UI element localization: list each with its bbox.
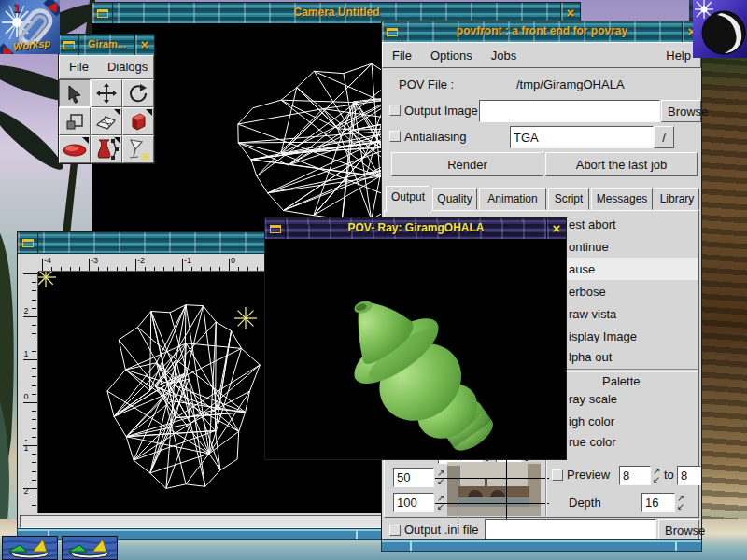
ruler-tick	[32, 300, 36, 301]
toolbox-menubar: File Dialogs	[59, 55, 154, 79]
boat-icon	[63, 537, 117, 559]
light-tool-button[interactable]	[122, 135, 154, 163]
move-icon	[95, 82, 118, 105]
option-gray-scale[interactable]: ray scale	[569, 392, 617, 406]
povray-close-button[interactable]: ×	[546, 218, 566, 239]
scale-tool-button[interactable]	[59, 107, 91, 135]
vertical-ruler[interactable]: 3210-1-2	[19, 272, 38, 513]
tab-library[interactable]: Library	[655, 188, 699, 210]
crop-line-v[interactable]	[458, 455, 458, 524]
boat-icon	[3, 537, 57, 559]
tab-quality[interactable]: Quality	[432, 188, 477, 210]
povray-window-menu-button[interactable]	[265, 218, 286, 239]
gnustep-dock-icon[interactable]	[693, 0, 747, 58]
option-true-color[interactable]: rue color	[569, 435, 616, 449]
ruler-tick	[32, 333, 36, 334]
ruler-tick	[32, 437, 36, 438]
option-verbose[interactable]: erbose	[569, 285, 606, 299]
output-image-input[interactable]	[479, 100, 660, 122]
ruler-tick	[32, 394, 36, 395]
tab-animation[interactable]: Animation	[479, 188, 546, 210]
tab-output[interactable]: Output	[386, 186, 430, 212]
ruler-tick	[32, 343, 36, 343]
xy-window-menu-button[interactable]	[18, 232, 38, 253]
option-draw-vista[interactable]: raw vista	[569, 307, 616, 321]
width-input[interactable]	[393, 468, 434, 487]
lathe-tool-button[interactable]	[91, 135, 122, 163]
dock-icon-art	[693, 0, 747, 58]
output-ini-checkbox[interactable]	[389, 525, 401, 536]
camera-window-menu-button[interactable]	[92, 3, 113, 23]
boat-miniwindow-icon[interactable]	[62, 536, 118, 560]
render-button[interactable]: Render	[391, 152, 543, 176]
option-continue[interactable]: ontinue	[569, 240, 609, 254]
option-high-color[interactable]: igh color	[569, 414, 614, 428]
ruler-tick	[32, 471, 36, 472]
crop-line-v[interactable]	[506, 455, 507, 524]
rotate-tool-button[interactable]	[122, 79, 154, 107]
move-tool-button[interactable]	[91, 79, 122, 107]
povray-titlebar[interactable]: POV- Ray: GiramgOHALA ×	[265, 218, 566, 240]
menu-options[interactable]: Options	[421, 45, 482, 66]
povfront-resize-bar[interactable]	[381, 539, 702, 552]
povfront-titlebar[interactable]: povfront : a front end for povray ×	[382, 21, 701, 43]
depth-spinner[interactable]: ↗↙	[677, 494, 690, 511]
format-input[interactable]	[510, 126, 654, 148]
preview-checkbox[interactable]	[552, 469, 563, 481]
pointer-tool-button[interactable]	[59, 79, 91, 107]
ruler-corner	[19, 255, 38, 272]
output-ini-browse-button[interactable]: Browse	[658, 519, 699, 541]
option-alpha-out[interactable]: lpha out	[569, 350, 612, 364]
povray-render-window: POV- Ray: GiramgOHALA ×	[264, 217, 567, 460]
ruler-tick	[32, 497, 36, 497]
tool-group-marker	[114, 109, 120, 116]
toolbox-close-button[interactable]: ×	[134, 35, 154, 55]
rotate-icon	[127, 82, 149, 105]
disc-tool-button[interactable]	[59, 135, 91, 163]
format-combo-button[interactable]: /	[654, 126, 674, 148]
toolbox-window-menu-button[interactable]	[59, 35, 79, 55]
ruler-tick	[32, 290, 36, 291]
antialiasing-checkbox[interactable]	[389, 131, 401, 142]
povfront-window-menu-button[interactable]	[382, 21, 402, 42]
resize-notch	[675, 541, 677, 551]
toolbox-titlebar[interactable]: Giram... ×	[59, 35, 154, 56]
boat-miniwindow-icon[interactable]	[2, 536, 58, 560]
ruler-tick	[32, 411, 36, 412]
output-image-browse-button[interactable]: Browse	[661, 100, 701, 122]
menu-file[interactable]: File	[383, 45, 421, 66]
option-display-image[interactable]: isplay Image	[569, 329, 637, 343]
tab-messages[interactable]: Messages	[591, 188, 653, 210]
menu-jobs[interactable]: Jobs	[482, 45, 526, 66]
ruler-tick	[229, 259, 230, 272]
preview-from-input[interactable]	[619, 466, 651, 485]
pointer-icon	[64, 83, 85, 104]
output-ini-input[interactable]	[485, 519, 656, 541]
ruler-tick	[32, 505, 36, 506]
crop-line-h[interactable]	[435, 503, 549, 504]
povray-window-title: POV- Ray: GiramgOHALA	[286, 218, 546, 239]
preview-to-input[interactable]	[677, 466, 701, 485]
toolbox-menu-file[interactable]: File	[60, 56, 98, 78]
box-tool-button[interactable]	[122, 107, 154, 135]
tab-script[interactable]: Script	[548, 188, 589, 210]
preview-thumbnail[interactable]	[447, 462, 541, 516]
v-ruler-label: 0	[21, 393, 31, 401]
tool-group-marker	[114, 137, 120, 144]
abort-button[interactable]: Abort the last job	[545, 152, 698, 176]
output-image-checkbox[interactable]	[389, 105, 401, 116]
height-input[interactable]	[393, 493, 434, 512]
antialiasing-label: Antialiasing	[404, 130, 467, 144]
toolbox-menu-dialogs[interactable]: Dialogs	[98, 56, 157, 78]
workspace-clip[interactable]: 1 Worksp	[0, 0, 60, 54]
resize-notch	[356, 530, 358, 539]
ruler-tick	[32, 351, 36, 352]
plane-tool-button[interactable]	[91, 107, 122, 135]
resize-notch	[410, 541, 412, 551]
depth-input[interactable]	[641, 493, 675, 512]
h-ruler-label: -2	[137, 257, 145, 265]
window-menu-icon	[22, 239, 34, 247]
option-pause[interactable]: ause	[569, 262, 595, 276]
crop-line-h[interactable]	[435, 478, 549, 479]
option-test-abort[interactable]: est abort	[569, 217, 616, 231]
